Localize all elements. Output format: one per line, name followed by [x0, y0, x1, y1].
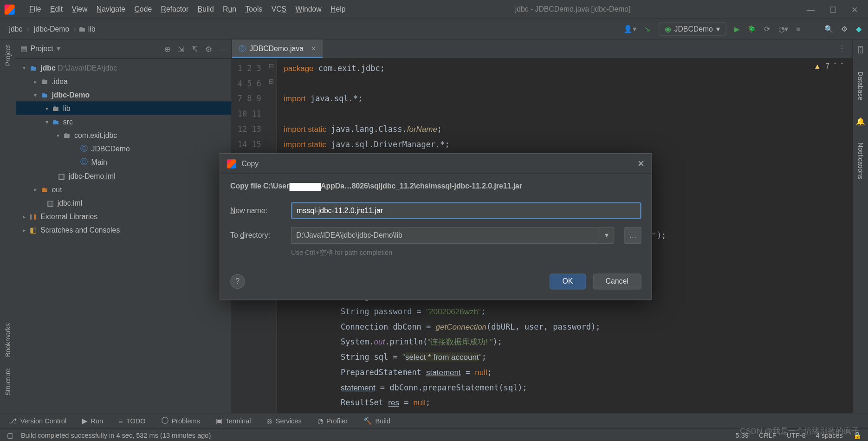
expand-all-icon[interactable]: ⇲ — [178, 44, 185, 53]
tool-tab-project[interactable]: Project — [4, 45, 12, 66]
toolwin-version-control[interactable]: ⎇Version Control — [9, 417, 66, 425]
hide-panel-icon[interactable]: — — [219, 44, 227, 53]
browse-button[interactable]: … — [624, 227, 641, 243]
tree-file-jdbciml[interactable]: ▥ jdbc.iml — [16, 196, 232, 209]
debug-button-icon[interactable]: 🪲 — [747, 25, 756, 33]
to-directory-input[interactable] — [291, 227, 600, 243]
locate-icon[interactable]: ⊕ — [164, 44, 171, 53]
menu-vcs[interactable]: VCS — [267, 5, 291, 13]
tree-scratches[interactable]: ▸◧ Scratches and Consoles — [16, 223, 232, 236]
tool-tab-database[interactable]: Database — [856, 71, 864, 100]
toolwin-terminal[interactable]: ▣Terminal — [216, 417, 251, 425]
tab-menu-icon[interactable]: ⋮ — [832, 45, 853, 53]
folder-icon: 🖿 — [78, 25, 86, 33]
tree-class-jdbcdemo[interactable]: Ⓒ JDBCDemo — [16, 142, 232, 156]
package-icon: 🖿 — [62, 131, 72, 139]
scratches-icon: ◧ — [28, 226, 39, 234]
copy-dialog: Copy ✕ Copy file C:\UserAppDa…8026\sqljd… — [220, 153, 652, 300]
profiler-icon: ◔ — [317, 417, 323, 425]
new-name-input[interactable] — [291, 202, 641, 219]
toolwin-build[interactable]: 🔨Build — [363, 417, 390, 425]
menu-bar: File Edit View Navigate Code Refactor Bu… — [0, 0, 868, 19]
toolwin-run[interactable]: ▶Run — [82, 417, 103, 425]
database-icon[interactable]: 🗄 — [857, 46, 864, 54]
updates-icon[interactable]: ◆ — [856, 25, 862, 33]
tree-package[interactable]: ▾🖿 com.exit.jdbc — [16, 129, 232, 142]
notifications-icon[interactable]: 🔔 — [856, 117, 865, 126]
maximize-icon[interactable]: ☐ — [829, 5, 837, 13]
directory-dropdown-icon[interactable]: ▾ — [600, 227, 615, 243]
close-tab-icon[interactable]: × — [311, 45, 316, 53]
stop-icon[interactable]: ■ — [796, 25, 801, 33]
dialog-title: Copy — [241, 159, 259, 168]
services-icon: ◎ — [266, 417, 272, 425]
build-icon[interactable]: ↘ — [644, 25, 650, 33]
collapse-all-icon[interactable]: ⇱ — [191, 44, 198, 53]
chevron-right-icon: › — [71, 25, 78, 33]
tree-module-demo[interactable]: ▾🖿 jdbc-Demo — [16, 88, 232, 101]
ok-button[interactable]: OK — [550, 273, 586, 289]
toolwin-profiler[interactable]: ◔Profiler — [317, 417, 348, 425]
menu-refactor[interactable]: Refactor — [156, 5, 193, 13]
run-config-name: JDBCDemo — [674, 25, 713, 33]
menu-run[interactable]: Run — [218, 5, 240, 13]
menu-build[interactable]: Build — [193, 5, 218, 13]
menu-code[interactable]: Code — [130, 5, 156, 13]
chevron-down-icon: ▾ — [716, 25, 720, 33]
status-message: Build completed successfully in 4 sec, 5… — [21, 431, 211, 439]
search-icon[interactable]: 🔍 — [824, 25, 833, 33]
run-button-icon[interactable]: ▶ — [734, 25, 739, 33]
minimize-icon[interactable]: — — [807, 5, 815, 13]
close-window-icon[interactable]: ✕ — [851, 5, 858, 13]
user-icon[interactable]: 👤▾ — [623, 25, 636, 33]
tree-folder-src[interactable]: ▾🖿 src — [16, 115, 232, 128]
tree-folder-lib[interactable]: ▾🖿 lib — [16, 101, 232, 115]
tree-folder-out[interactable]: ▸🖿 out — [16, 182, 232, 196]
status-icon[interactable]: ▢ — [7, 431, 13, 439]
menu-view[interactable]: View — [67, 5, 92, 13]
breadcrumb-project[interactable]: jdbc — [7, 25, 25, 33]
tree-class-main[interactable]: Ⓒ Main — [16, 156, 232, 169]
app-logo-icon — [5, 4, 15, 14]
tree-root[interactable]: ▾🖿 jdbc D:\Java\IDEA\jdbc — [16, 61, 232, 74]
breadcrumb-folder[interactable]: lib — [86, 25, 97, 33]
to-directory-label: To directory: — [230, 231, 281, 239]
chevron-down-icon[interactable]: ▾ — [57, 45, 60, 53]
run-config-selector[interactable]: ◉ JDBCDemo ▾ — [659, 23, 726, 36]
left-tool-strip: Project Bookmarks Structure — [0, 39, 16, 413]
menu-edit[interactable]: Edit — [45, 5, 67, 13]
tool-tab-notifications[interactable]: Notifications — [856, 143, 864, 179]
terminal-icon: ▣ — [216, 417, 222, 425]
cancel-button[interactable]: Cancel — [593, 273, 641, 289]
tree-external-libs[interactable]: ▸⫿⫿ External Libraries — [16, 209, 232, 223]
tree-folder-idea[interactable]: ▸🖿 .idea — [16, 74, 232, 88]
settings-icon[interactable]: ⚙ — [841, 25, 848, 33]
iml-file-icon: ▥ — [56, 171, 66, 180]
toolwin-problems[interactable]: ⓘProblems — [162, 416, 200, 426]
menu-tools[interactable]: Tools — [241, 5, 267, 13]
toolwin-todo[interactable]: ≡TODO — [119, 417, 146, 425]
tab-jdbcdemo[interactable]: Ⓒ JDBCDemo.java × — [232, 39, 323, 58]
iml-file-icon: ▥ — [45, 199, 55, 207]
profile-icon[interactable]: ◔▾ — [778, 25, 789, 33]
tool-tab-structure[interactable]: Structure — [4, 369, 12, 396]
tool-tab-bookmarks[interactable]: Bookmarks — [4, 324, 12, 357]
tree-file-iml[interactable]: ▥ jdbc-Demo.iml — [16, 169, 232, 182]
help-button[interactable]: ? — [230, 274, 245, 289]
menu-help[interactable]: Help — [326, 5, 350, 13]
menu-window[interactable]: Window — [291, 5, 326, 13]
module-icon: 🖿 — [28, 63, 39, 71]
close-dialog-icon[interactable]: ✕ — [637, 158, 645, 169]
new-name-label: New name: — [230, 206, 281, 214]
project-panel-title[interactable]: Project — [31, 45, 53, 53]
toolwin-services[interactable]: ◎Services — [266, 417, 301, 425]
bottom-tool-strip: ⎇Version Control ▶Run ≡TODO ⓘProblems ▣T… — [0, 413, 868, 428]
menu-navigate[interactable]: Navigate — [92, 5, 130, 13]
panel-settings-icon[interactable]: ⚙ — [205, 44, 213, 53]
chevron-right-icon: › — [25, 25, 32, 33]
hammer-icon: 🔨 — [363, 417, 372, 425]
menu-file[interactable]: File — [25, 5, 45, 13]
coverage-icon[interactable]: ⟳ — [764, 25, 770, 33]
project-tree[interactable]: ▾🖿 jdbc D:\Java\IDEA\jdbc ▸🖿 .idea ▾🖿 jd… — [16, 58, 232, 413]
breadcrumb-module[interactable]: jdbc-Demo — [32, 25, 71, 33]
